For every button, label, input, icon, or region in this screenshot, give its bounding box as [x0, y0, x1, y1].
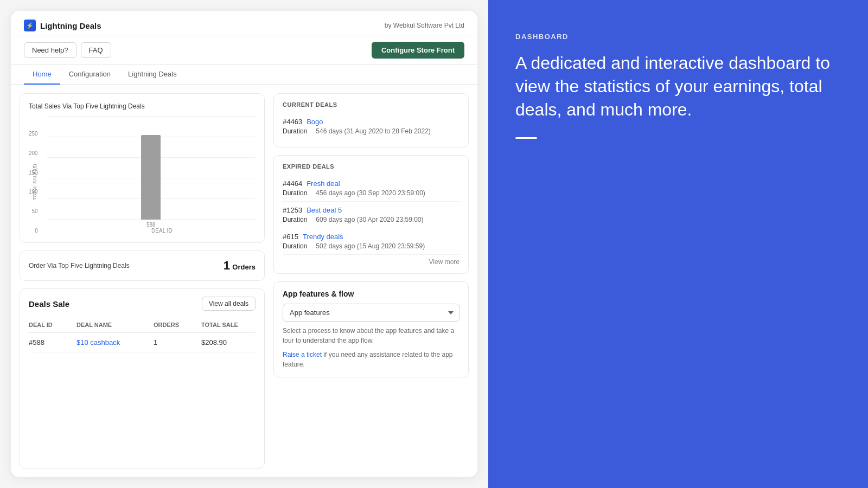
- expired-deal-id-2: #1253: [283, 206, 302, 214]
- view-all-deals-button[interactable]: View all deals: [202, 297, 256, 311]
- expired-deal-id-3: #615: [283, 233, 298, 241]
- deal-duration-row-2: Duration 609 days ago (30 Apr 2020 23:59…: [283, 216, 459, 223]
- deal-duration-value: 546 days (31 Aug 2020 to 28 Feb 2022): [316, 127, 431, 135]
- nav-tabs: Home Configuration Lightning Deals: [11, 65, 477, 85]
- chart-bar-588: [141, 135, 161, 220]
- current-deal-item: #4463 Bogo Duration 546 days (31 Aug 202…: [283, 113, 459, 139]
- expired-deal-item-1: #4464 Fresh deal Duration 456 days ago (…: [283, 175, 459, 202]
- row-total-sale: $208.90: [201, 338, 256, 346]
- app-features-title: App features & flow: [283, 290, 459, 298]
- expired-deal-name-1[interactable]: Fresh deal: [307, 179, 340, 188]
- expired-deal-duration-2: 609 days ago (30 Apr 2020 23:59:00): [316, 216, 423, 223]
- configure-store-front-button[interactable]: Configure Store Front: [372, 42, 464, 59]
- deal-duration-row-3: Duration 502 days ago (15 Aug 2020 23:59…: [283, 242, 459, 250]
- deal-duration-row: Duration 546 days (31 Aug 2020 to 28 Feb…: [283, 127, 459, 135]
- col-deal-name: DEAL NAME: [76, 322, 149, 328]
- top-bar: ⚡ Lightning Deals by Webkul Software Pvt…: [11, 11, 477, 36]
- x-axis-value: 588: [146, 222, 156, 228]
- expired-deal-duration-1: 456 days ago (30 Sep 2020 23:59:00): [316, 189, 425, 197]
- deal-item-header: #4463 Bogo: [283, 118, 459, 126]
- expired-deal-item-2: #1253 Best deal 5 Duration 609 days ago …: [283, 202, 459, 228]
- bar-body: [141, 135, 161, 220]
- chart-title: Total Sales Via Top Five Lightning Deals: [29, 102, 256, 110]
- col-orders: ORDERS: [154, 322, 197, 328]
- main-content: Total Sales Via Top Five Lightning Deals…: [11, 85, 477, 477]
- orders-count-display: 1 Orders: [224, 259, 256, 273]
- deals-sale-title: Deals Sale: [29, 299, 69, 309]
- current-deal-id: #4463: [283, 118, 302, 126]
- current-deals-card: CURRENT DEALS #4463 Bogo Duration 546 da…: [273, 93, 469, 147]
- row-deal-id: #588: [29, 338, 72, 346]
- features-description: Select a process to know about the app f…: [283, 326, 459, 345]
- app-features-card: App features & flow App features Select …: [273, 281, 469, 377]
- view-more-link[interactable]: View more: [283, 255, 459, 266]
- deals-sale-card: Deals Sale View all deals DEAL ID DEAL N…: [20, 288, 265, 468]
- table-header: DEAL ID DEAL NAME ORDERS TOTAL SALE: [29, 317, 256, 333]
- divider-line: [515, 137, 537, 139]
- row-deal-name[interactable]: $10 cashback: [76, 338, 149, 346]
- raise-ticket-link[interactable]: Raise a ticket: [283, 351, 322, 358]
- chart-card: Total Sales Via Top Five Lightning Deals…: [20, 93, 265, 243]
- need-help-button[interactable]: Need help?: [24, 42, 76, 58]
- expired-deal-id-1: #4464: [283, 179, 302, 188]
- col-deal-id: DEAL ID: [29, 322, 72, 328]
- col-total-sale: TOTAL SALE: [201, 322, 256, 328]
- orders-label: Order Via Top Five Lightning Deals: [29, 262, 130, 269]
- action-bar: Need help? FAQ Configure Store Front: [11, 36, 477, 65]
- deals-header: Deals Sale View all deals: [29, 297, 256, 311]
- app-publisher: by Webkul Software Pvt Ltd: [385, 22, 464, 29]
- deal-item-header: #1253 Best deal 5: [283, 206, 459, 214]
- raise-ticket-text: Raise a ticket if you need any assistanc…: [283, 350, 459, 369]
- table-row: #588 $10 cashback 1 $208.90: [29, 333, 256, 352]
- expired-deal-duration-3: 502 days ago (15 Aug 2020 23:59:59): [316, 242, 425, 250]
- expired-deal-item-3: #615 Trendy deals Duration 502 days ago …: [283, 228, 459, 255]
- x-axis-title: DEAL ID: [47, 228, 256, 234]
- deal-item-header: #4464 Fresh deal: [283, 179, 459, 188]
- expired-deal-name-3[interactable]: Trendy deals: [303, 233, 343, 241]
- row-orders: 1: [154, 338, 197, 346]
- dashboard-label: DASHBOARD: [515, 33, 841, 41]
- tab-configuration[interactable]: Configuration: [60, 65, 119, 85]
- expired-deals-title: EXPIRED DEALS: [283, 163, 459, 170]
- deal-item-header: #615 Trendy deals: [283, 233, 459, 241]
- tab-home[interactable]: Home: [24, 65, 60, 85]
- deal-duration-row-1: Duration 456 days ago (30 Sep 2020 23:59…: [283, 189, 459, 197]
- app-title: ⚡ Lightning Deals: [24, 20, 101, 31]
- expired-deals-card: EXPIRED DEALS #4464 Fresh deal Duration …: [273, 155, 469, 274]
- dashboard-heading: A dedicated and interactive dashboard to…: [515, 52, 841, 122]
- current-deal-name[interactable]: Bogo: [307, 118, 323, 126]
- current-deals-title: CURRENT DEALS: [283, 101, 459, 108]
- chart-plot: [47, 117, 256, 220]
- right-panel: DASHBOARD A dedicated and interactive da…: [488, 0, 868, 488]
- tab-lightning-deals[interactable]: Lightning Deals: [119, 65, 186, 85]
- y-axis-title: TOTAL SALE ($): [32, 164, 37, 201]
- right-column: CURRENT DEALS #4463 Bogo Duration 546 da…: [273, 93, 469, 468]
- faq-button[interactable]: FAQ: [81, 42, 111, 58]
- left-column: Total Sales Via Top Five Lightning Deals…: [20, 93, 265, 468]
- app-features-dropdown[interactable]: App features: [283, 304, 459, 322]
- lightning-icon: ⚡: [24, 20, 36, 31]
- orders-summary: Order Via Top Five Lightning Deals 1 Ord…: [20, 251, 265, 281]
- expired-deal-name-2[interactable]: Best deal 5: [307, 206, 342, 214]
- action-left: Need help? FAQ: [24, 42, 111, 58]
